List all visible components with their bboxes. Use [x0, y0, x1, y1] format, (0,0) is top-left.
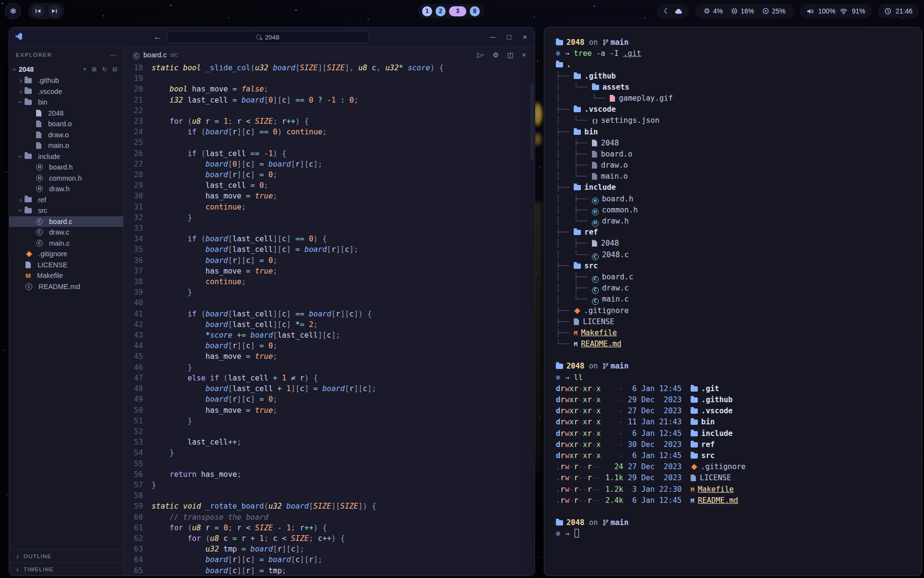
- code-line-56[interactable]: 56 return has_move;: [124, 469, 535, 480]
- explorer-item-common.h[interactable]: Hcommon.h: [9, 173, 123, 184]
- code-line-28[interactable]: 28 board[r][c] = 0;: [124, 170, 535, 180]
- editor-scrollbar[interactable]: [530, 83, 534, 160]
- code-line-43[interactable]: 43 *score += board[last_cell][c];: [124, 330, 535, 341]
- explorer-item-LICENSE[interactable]: LICENSE: [9, 260, 123, 271]
- explorer-item-board.o[interactable]: board.o: [9, 118, 123, 130]
- explorer-item-Makefile[interactable]: MMakefile: [9, 270, 123, 281]
- code-line-29[interactable]: 29 last_cell = 0;: [124, 180, 535, 191]
- collapse-all-icon[interactable]: ⊟: [113, 66, 117, 73]
- workspace-1[interactable]: 1: [422, 6, 432, 16]
- code-line-37[interactable]: 37 has_move = true;: [124, 266, 535, 276]
- explorer-item-2048[interactable]: 2048: [9, 108, 123, 119]
- code-line-35[interactable]: 35 board[last_cell][c] = board[r][c];: [124, 244, 535, 255]
- code-line-54[interactable]: 54 }: [124, 447, 535, 458]
- terminal-window[interactable]: 2048 on main❄ → tree -a -I .git.├── .git…: [544, 27, 922, 576]
- code-line-41[interactable]: 41 if (board[last_cell][c] == board[r][c…: [124, 309, 535, 319]
- code-line-39[interactable]: 39 }: [124, 287, 535, 298]
- code-line-36[interactable]: 36 board[r][c] = 0;: [124, 255, 535, 266]
- code-line-57[interactable]: 57}: [124, 480, 535, 490]
- launcher-logo-icon[interactable]: ❄: [5, 3, 21, 19]
- explorer-item-.gitignore[interactable]: .gitignore: [9, 249, 123, 260]
- tab-board.c[interactable]: C board.c src: [133, 50, 178, 59]
- audio-network-widget[interactable]: 100% 91%: [800, 4, 872, 18]
- explorer-item-board.c[interactable]: Cboard.c: [9, 216, 123, 227]
- editor-settings-icon[interactable]: ⚙: [493, 51, 499, 59]
- explorer-item-draw.c[interactable]: Cdraw.c: [9, 227, 123, 238]
- explorer-item-draw.h[interactable]: Hdraw.h: [9, 184, 123, 195]
- maximize-button[interactable]: □: [507, 33, 511, 41]
- code-line-52[interactable]: 52: [124, 426, 535, 437]
- project-root-row[interactable]: › 2048 + ⊞ ↻ ⊟: [9, 63, 123, 75]
- explorer-item-include[interactable]: ›include: [9, 151, 123, 162]
- code-line-60[interactable]: 60 // transpose the board: [124, 512, 535, 523]
- code-line-33[interactable]: 33: [124, 223, 535, 234]
- code-line-30[interactable]: 30 has_move = true;: [124, 191, 535, 201]
- media-next-button[interactable]: [48, 5, 61, 17]
- code-line-55[interactable]: 55: [124, 459, 535, 469]
- workspace-3[interactable]: 3: [449, 6, 466, 16]
- explorer-item-.github[interactable]: ›.github: [9, 75, 123, 86]
- code-line-62[interactable]: 62 for (u8 c = r + 1; c < SIZE; c++) {: [124, 533, 535, 544]
- media-previous-button[interactable]: [32, 5, 44, 17]
- system-stats-widget[interactable]: ⚙4%16%25%: [695, 4, 794, 18]
- code-line-58[interactable]: 58: [124, 490, 535, 501]
- code-line-51[interactable]: 51 }: [124, 416, 535, 426]
- code-line-38[interactable]: 38 continue;: [124, 276, 535, 287]
- code-line-59[interactable]: 59static void _rotate_board(u32 board[SI…: [124, 501, 535, 512]
- split-editor-icon[interactable]: ◫: [507, 51, 514, 59]
- explorer-more-actions-icon[interactable]: ⋯: [110, 51, 116, 59]
- code-line-63[interactable]: 63 u32 tmp = board[r][c];: [124, 544, 535, 554]
- new-folder-icon[interactable]: ⊞: [92, 66, 97, 73]
- explorer-item-main.o[interactable]: main.o: [9, 140, 123, 151]
- run-file-button[interactable]: ▷›: [477, 51, 485, 59]
- explorer-item-main.c[interactable]: Cmain.c: [9, 238, 123, 249]
- code-line-26[interactable]: 26 if (last_cell == -1) {: [124, 148, 535, 159]
- close-editor-icon[interactable]: ×: [522, 51, 526, 59]
- code-line-18[interactable]: 18static bool _slide_col(u32 board[SIZE]…: [124, 63, 535, 73]
- code-line-45[interactable]: 45 has_move = true;: [124, 351, 535, 362]
- code-line-25[interactable]: 25: [124, 137, 535, 148]
- explorer-item-ref[interactable]: ›ref: [9, 195, 123, 206]
- explorer-item-src[interactable]: ›src: [9, 205, 123, 216]
- explorer-item-.vscode[interactable]: ›.vscode: [9, 86, 123, 97]
- code-line-40[interactable]: 40: [124, 298, 535, 308]
- code-line-44[interactable]: 44 board[r][c] = 0;: [124, 341, 535, 351]
- code-line-61[interactable]: 61 for (u8 r = 0; r < SIZE - 1; r++) {: [124, 523, 535, 533]
- minimize-button[interactable]: ─: [490, 33, 496, 41]
- refresh-icon[interactable]: ↻: [102, 66, 107, 73]
- code-line-27[interactable]: 27 board[0][c] = board[r][c];: [124, 159, 535, 170]
- code-line-48[interactable]: 48 board[last_cell + 1][c] = board[r][c]…: [124, 383, 535, 394]
- code-line-21[interactable]: 21 i32 last_cell = board[0][c] == 0 ? -1…: [124, 95, 535, 105]
- code-line-49[interactable]: 49 board[r][c] = 0;: [124, 394, 535, 405]
- explorer-item-README.md[interactable]: iREADME.md: [9, 281, 123, 292]
- code-line-19[interactable]: 19: [124, 73, 535, 84]
- code-line-53[interactable]: 53 last_cell++;: [124, 437, 535, 447]
- close-button[interactable]: ×: [523, 33, 527, 41]
- workspace-2[interactable]: 2: [436, 6, 446, 16]
- code-area[interactable]: 18static bool _slide_col(u32 board[SIZE]…: [124, 63, 535, 576]
- code-line-31[interactable]: 31 continue;: [124, 202, 535, 212]
- sidebar-section-timeline[interactable]: ›TIMELINE: [9, 563, 123, 576]
- code-line-34[interactable]: 34 if (board[last_cell][c] == 0) {: [124, 234, 535, 244]
- code-line-47[interactable]: 47 else if (last_cell + 1 ≠ r) {: [124, 373, 535, 383]
- workspace-8[interactable]: 8: [470, 6, 480, 16]
- code-line-22[interactable]: 22: [124, 105, 535, 116]
- code-line-23[interactable]: 23 for (u8 r = 1; r < SIZE; r++) {: [124, 116, 535, 127]
- explorer-item-board.h[interactable]: Hboard.h: [9, 162, 123, 173]
- code-line-50[interactable]: 50 has_move = true;: [124, 405, 535, 416]
- clock-widget[interactable]: 21:46: [878, 4, 919, 18]
- new-file-icon[interactable]: +: [83, 66, 86, 73]
- code-line-24[interactable]: 24 if (board[r][c] == 0) continue;: [124, 127, 535, 137]
- explorer-item-bin[interactable]: ›bin: [9, 97, 123, 108]
- code-line-65[interactable]: 65 board[c][r] = tmp;: [124, 565, 535, 576]
- explorer-item-draw.o[interactable]: draw.o: [9, 130, 123, 141]
- sidebar-section-outline[interactable]: ›OUTLINE: [9, 550, 123, 563]
- code-line-46[interactable]: 46 }: [124, 362, 535, 373]
- code-line-20[interactable]: 20 bool has_move = false;: [124, 84, 535, 94]
- code-line-42[interactable]: 42 board[last_cell][c] *= 2;: [124, 319, 535, 330]
- code-line-32[interactable]: 32 }: [124, 212, 535, 223]
- navigate-back-button[interactable]: ←: [154, 32, 162, 42]
- weather-widget[interactable]: ☾: [657, 4, 689, 18]
- code-line-64[interactable]: 64 board[r][c] = board[c][r];: [124, 554, 535, 565]
- command-search-box[interactable]: 2048: [167, 31, 369, 43]
